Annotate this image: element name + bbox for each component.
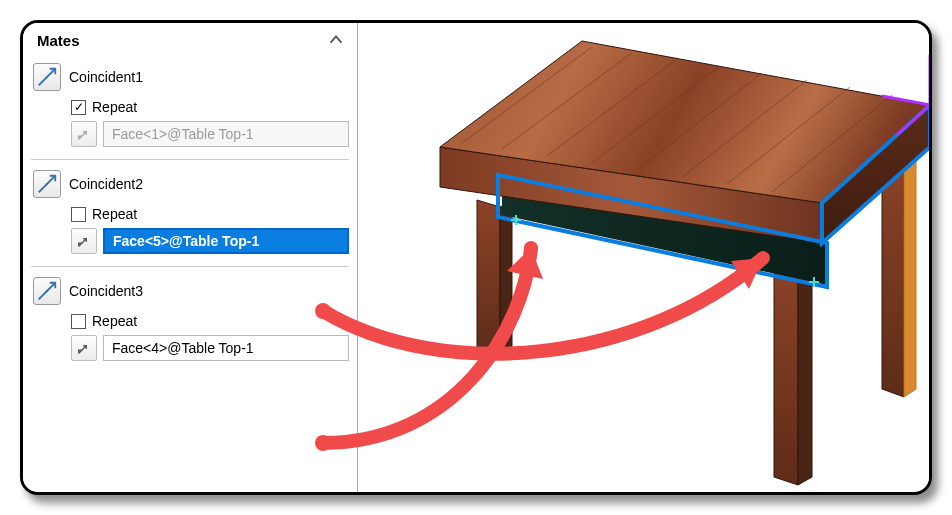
- repeat-row[interactable]: Repeat: [31, 311, 349, 335]
- table-3d-model[interactable]: [382, 25, 932, 495]
- divider: [31, 266, 349, 267]
- chevron-up-icon[interactable]: [327, 31, 345, 49]
- coincident-mate-icon: [33, 170, 61, 198]
- mate-row[interactable]: Coincident2: [31, 168, 349, 204]
- mate-row[interactable]: Coincident3: [31, 275, 349, 311]
- repeat-checkbox[interactable]: [71, 314, 86, 329]
- panel-header[interactable]: Mates: [31, 27, 349, 55]
- reference-row: Face<5>@Table Top-1: [31, 228, 349, 262]
- mate-row[interactable]: Coincident1: [31, 61, 349, 97]
- replace-reference-icon[interactable]: [71, 335, 97, 361]
- reference-row: Face<4>@Table Top-1: [31, 335, 349, 369]
- mate-group-2: Coincident2 Repeat Face<5>@Table Top-1: [31, 168, 349, 262]
- repeat-row[interactable]: Repeat: [31, 97, 349, 121]
- mate-name: Coincident1: [69, 69, 143, 85]
- reference-field[interactable]: Face<1>@Table Top-1: [103, 121, 349, 147]
- coincident-mate-icon: [33, 63, 61, 91]
- coincident-mate-icon: [33, 277, 61, 305]
- panel-title: Mates: [37, 32, 80, 49]
- graphics-viewport[interactable]: [358, 23, 929, 492]
- repeat-row[interactable]: Repeat: [31, 204, 349, 228]
- replace-reference-icon[interactable]: [71, 228, 97, 254]
- repeat-label: Repeat: [92, 313, 137, 329]
- reference-field[interactable]: Face<4>@Table Top-1: [103, 335, 349, 361]
- mate-group-3: Coincident3 Repeat Face<4>@Table Top-1: [31, 275, 349, 369]
- repeat-label: Repeat: [92, 99, 137, 115]
- reference-text: Face<1>@Table Top-1: [112, 126, 254, 142]
- replace-reference-icon[interactable]: [71, 121, 97, 147]
- reference-row: Face<1>@Table Top-1: [31, 121, 349, 155]
- reference-text: Face<5>@Table Top-1: [113, 233, 259, 249]
- app-window: Mates Coincident1 Repeat: [20, 20, 932, 495]
- mate-name: Coincident2: [69, 176, 143, 192]
- reference-field[interactable]: Face<5>@Table Top-1: [103, 228, 349, 254]
- mate-name: Coincident3: [69, 283, 143, 299]
- repeat-checkbox[interactable]: [71, 207, 86, 222]
- repeat-label: Repeat: [92, 206, 137, 222]
- divider: [31, 159, 349, 160]
- repeat-checkbox[interactable]: [71, 100, 86, 115]
- mate-group-1: Coincident1 Repeat Face<1>@Table Top-1: [31, 61, 349, 155]
- reference-text: Face<4>@Table Top-1: [112, 340, 254, 356]
- mates-panel: Mates Coincident1 Repeat: [23, 23, 358, 492]
